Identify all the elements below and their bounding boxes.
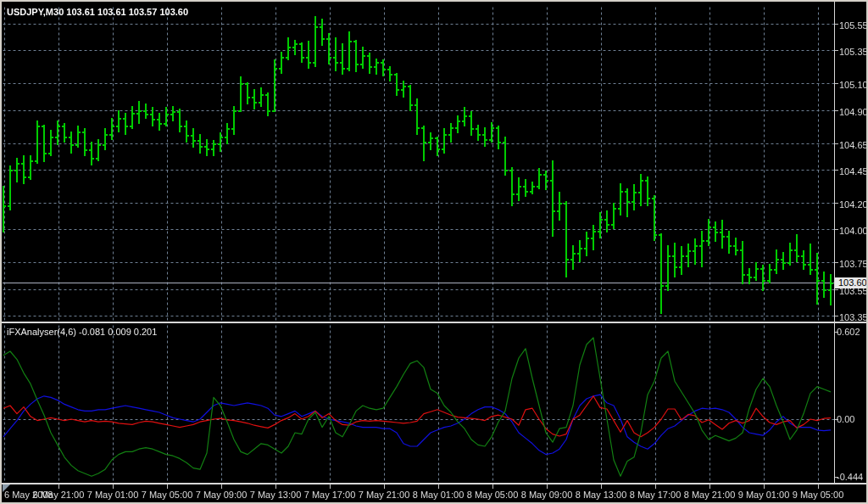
time-axis-label: 8 May 05:00 (467, 490, 519, 500)
price-axis-label: 104.00 (839, 226, 868, 236)
price-axis-label: 104.65 (839, 140, 868, 150)
time-axis-label: 8 May 17:00 (630, 490, 682, 500)
time-axis-label: 7 May 09:00 (196, 490, 248, 500)
price-axis-label: 104.20 (839, 199, 868, 210)
price-pane[interactable] (3, 3, 834, 322)
indicator-pane[interactable] (3, 325, 834, 483)
indicator-axis-label: 0.602 (837, 327, 860, 337)
indicator-label: iFXAnalyser(4,6) -0.081 0.009 0.201 (7, 327, 157, 338)
time-axis-label: 8 May 01:00 (413, 490, 465, 500)
current-price-tag: 103.60 (835, 277, 868, 288)
price-axis-label: 103.75 (839, 259, 868, 269)
time-axis-label: 8 May 13:00 (576, 490, 627, 500)
indicator-axis-label: 0.00 (837, 414, 854, 424)
time-axis-label: 7 May 13:00 (250, 490, 302, 500)
time-axis-label: 8 May 21:00 (684, 490, 736, 500)
time-axis-label: 7 May 21:00 (359, 490, 410, 500)
price-axis-label: 105.55 (839, 20, 868, 31)
chart-title: USDJPY,M30 103.61 103.61 103.57 103.60 (7, 7, 188, 18)
price-axis-label: 105.35 (839, 47, 868, 57)
price-axis-label: 104.45 (839, 166, 868, 176)
price-axis-label: 105.10 (839, 80, 868, 90)
time-axis-label: 9 May 01:00 (738, 490, 790, 500)
indicator-axis-label: -0.444 (837, 472, 863, 482)
price-axis-label: 104.90 (839, 107, 868, 117)
time-axis-label: 7 May 17:00 (304, 490, 356, 500)
time-axis-label: 7 May 01:00 (87, 490, 139, 500)
time-axis-label: 8 May 09:00 (521, 490, 573, 500)
mt4-chart-window: USDJPY,M30 103.61 103.61 103.57 103.60 i… (0, 0, 868, 504)
price-axis-label: 103.35 (839, 312, 868, 322)
time-axis-label: 7 May 05:00 (142, 490, 193, 500)
time-axis-label: 6 May 21:00 (33, 490, 85, 500)
time-axis-label: 9 May 05:00 (793, 490, 844, 500)
